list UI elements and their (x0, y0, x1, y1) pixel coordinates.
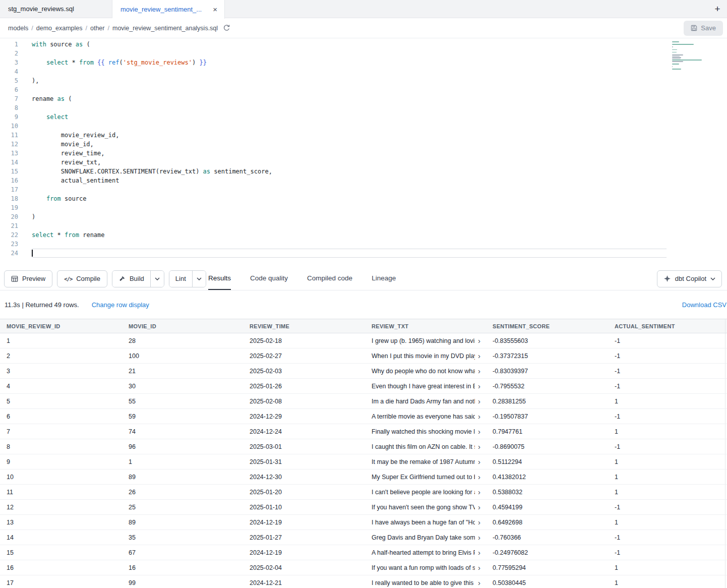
expand-row-icon[interactable]: › (478, 549, 480, 556)
cell: -1 (608, 549, 725, 556)
review-text: If you haven't seen the gong show TV s… (372, 504, 475, 511)
code-line[interactable]: 7rename as ( (0, 94, 727, 103)
build-button[interactable]: Build (112, 271, 150, 287)
code-line[interactable]: 21 (0, 221, 727, 230)
cell: 0.77595294 (486, 564, 608, 571)
expand-row-icon[interactable]: › (478, 458, 480, 465)
cell: -1 (608, 383, 725, 390)
expand-row-icon[interactable]: › (478, 397, 480, 405)
build-dropdown-button[interactable] (150, 271, 164, 287)
code-line[interactable]: 24 (0, 249, 727, 258)
code-line[interactable]: 22select * from rename (0, 230, 727, 240)
expand-row-icon[interactable]: › (478, 518, 480, 526)
expand-row-icon[interactable]: › (478, 579, 480, 586)
code-line[interactable]: 9 select (0, 112, 727, 122)
lint-button[interactable]: Lint (169, 271, 192, 287)
cell: 2025-01-10 (243, 504, 365, 511)
line-number: 11 (0, 131, 18, 140)
code-line[interactable]: 8 (0, 103, 727, 112)
column-header[interactable]: MOVIE_ID (122, 323, 243, 329)
editor-tab[interactable]: stg_movie_reviews.sql (0, 0, 112, 18)
minimap-line (672, 61, 683, 62)
cell: 1 (608, 398, 725, 405)
expand-row-icon[interactable]: › (478, 382, 480, 390)
line-number: 15 (0, 167, 18, 176)
expand-row-icon[interactable]: › (478, 352, 480, 360)
refresh-icon[interactable] (223, 24, 230, 32)
code-line[interactable]: 20) (0, 212, 727, 221)
editor-tab[interactable]: movie_review_sentiment_...× (112, 0, 225, 19)
expand-row-icon[interactable]: › (478, 534, 480, 541)
result-tabs: ResultsCode qualityCompiled codeLineage (208, 267, 396, 290)
code-token (105, 59, 108, 66)
code-line[interactable]: 4 (0, 67, 727, 76)
code-line[interactable]: 18 from source (0, 194, 727, 203)
cell: 2 (0, 352, 122, 360)
compile-button[interactable]: </> Compile (57, 270, 107, 287)
breadcrumb-separator: / (86, 25, 87, 32)
cell: -1 (608, 504, 725, 511)
code-line[interactable]: 23 (0, 240, 727, 249)
code-line[interactable]: 5), (0, 76, 727, 85)
code-line[interactable]: 11 movie_review_id, (0, 131, 727, 140)
expand-row-icon[interactable]: › (478, 488, 480, 496)
save-button[interactable]: Save (684, 21, 723, 36)
code-line[interactable]: 1with source as ( (0, 40, 727, 49)
copilot-label: dbt Copilot (675, 275, 706, 282)
code-line[interactable]: 3 select * from {{ ref('stg_movie_review… (0, 58, 727, 67)
preview-button[interactable]: Preview (4, 270, 52, 287)
tab-lineage[interactable]: Lineage (372, 267, 396, 290)
code-line[interactable]: 17 (0, 185, 727, 194)
code-line[interactable]: 14 review_txt, (0, 158, 727, 167)
expand-row-icon[interactable]: › (478, 564, 480, 571)
download-csv-link[interactable]: Download CSV (682, 301, 727, 309)
code-line[interactable]: 13 review_time, (0, 149, 727, 158)
cell: 4 (0, 383, 122, 390)
code-editor[interactable]: 1with source as (23 select * from {{ ref… (0, 38, 727, 267)
expand-row-icon[interactable]: › (478, 443, 480, 450)
column-header[interactable]: SENTIMENT_SCORE (486, 323, 608, 329)
cell: -1 (608, 443, 725, 450)
table-row: 16162025-02-04If you want a fun romp wit… (0, 560, 727, 575)
code-line[interactable]: 2 (0, 49, 727, 58)
cell: 16 (0, 564, 122, 571)
code-line[interactable]: 15 SNOWFLAKE.CORTEX.SENTIMENT(review_txt… (0, 167, 727, 176)
review-text: Im a die hard Dads Army fan and nothi… (372, 398, 475, 405)
minimap-line (672, 56, 680, 57)
code-line[interactable]: 16 actual_sentiment (0, 176, 727, 185)
expand-row-icon[interactable]: › (478, 367, 480, 375)
column-header[interactable]: ACTUAL_SENTIMENT (608, 323, 725, 329)
dbt-copilot-button[interactable]: dbt Copilot (657, 270, 722, 287)
code-text: select (32, 112, 68, 122)
column-header[interactable]: MOVIE_REVIEW_ID (0, 323, 122, 329)
lint-split-button: Lint (169, 270, 206, 287)
expand-row-icon[interactable]: › (478, 428, 480, 435)
code-line[interactable]: 12 movie_id, (0, 140, 727, 149)
new-tab-button[interactable]: + (708, 0, 727, 18)
code-text: movie_review_id, (32, 131, 119, 140)
review-text: I have always been a huge fan of "Hom… (372, 519, 475, 526)
column-header[interactable]: REVIEW_TIME (243, 323, 365, 329)
code-line[interactable]: 19 (0, 203, 727, 212)
cell-filler (725, 530, 727, 545)
table-row: 7742024-12-24Finally watched this shocki… (0, 424, 727, 439)
column-header[interactable]: REVIEW_TXT (365, 323, 486, 329)
expand-row-icon[interactable]: › (478, 503, 480, 511)
tab-results[interactable]: Results (208, 267, 231, 290)
tab-compiled-code[interactable]: Compiled code (307, 267, 352, 290)
close-tab-icon[interactable]: × (213, 6, 217, 13)
expand-row-icon[interactable]: › (478, 413, 480, 420)
code-token: SNOWFLAKE.CORTEX.SENTIMENT( (32, 168, 159, 175)
expand-row-icon[interactable]: › (478, 473, 480, 481)
expand-row-icon[interactable]: › (478, 337, 480, 344)
cell: 26 (122, 489, 243, 496)
minimap[interactable] (672, 41, 708, 73)
code-line[interactable]: 10 (0, 122, 727, 131)
tab-code-quality[interactable]: Code quality (250, 267, 288, 290)
change-row-display-link[interactable]: Change row display (92, 301, 149, 309)
cell: 30 (122, 383, 243, 390)
lint-dropdown-button[interactable] (192, 271, 206, 287)
query-status-bar: 11.3s | Returned 49 rows. Change row dis… (0, 290, 727, 319)
code-line[interactable]: 6 (0, 85, 727, 94)
code-text: ) (32, 212, 35, 221)
